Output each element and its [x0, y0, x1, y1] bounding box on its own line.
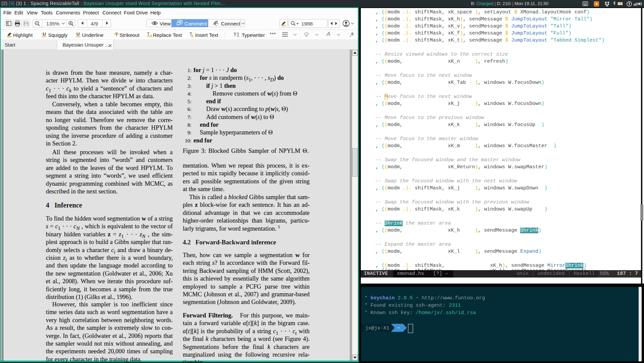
svg-text:U: U [76, 32, 80, 37]
svg-text:T: T [147, 32, 150, 37]
svg-text:T: T [234, 32, 237, 37]
svg-text:jx@jx-X1: jx@jx-X1 [365, 325, 389, 331]
svg-text:U: U [43, 32, 46, 37]
svg-text:~: ~ [397, 325, 400, 331]
